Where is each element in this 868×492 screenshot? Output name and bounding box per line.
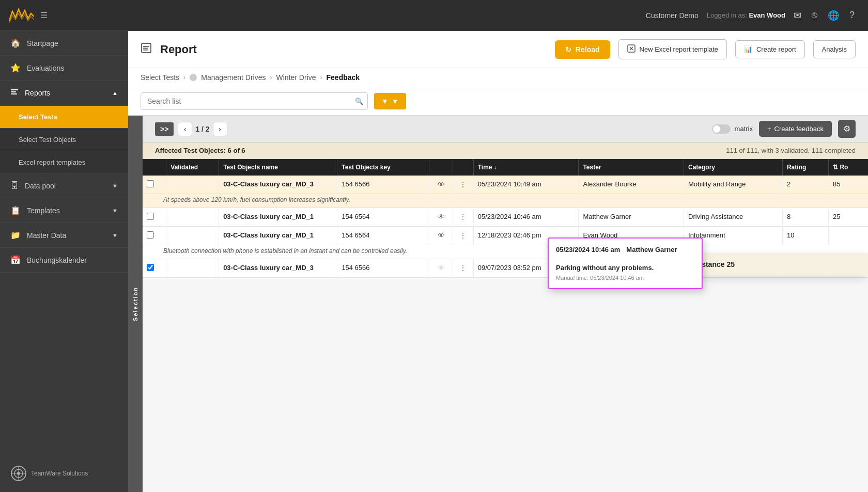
- search-input[interactable]: [141, 92, 368, 110]
- td-checkbox[interactable]: [143, 208, 166, 227]
- search-input-wrap: 🔍: [141, 92, 368, 110]
- filter-icon: ▼: [381, 97, 389, 105]
- header-center: Customer Demo Logged in as: Evan Wood ✉ …: [48, 10, 860, 21]
- filter-button[interactable]: ▼ ▼: [374, 93, 406, 109]
- td-name: 03-C-Class luxury car_MD_3: [219, 176, 337, 194]
- row-checkbox[interactable]: [147, 213, 154, 220]
- help-icon[interactable]: ?: [849, 10, 855, 21]
- expand-columns-button[interactable]: >>: [155, 122, 174, 136]
- table-scroll[interactable]: >> ‹ 1 / 2 › matrix: [143, 116, 868, 492]
- logo-icon: [8, 6, 34, 25]
- create-report-button[interactable]: 📊 Create report: [735, 40, 805, 58]
- td-name: 03-C-Class luxury car_MD_1: [219, 208, 337, 227]
- breadcrumb-sep-1: ›: [183, 74, 185, 81]
- home-icon: 🏠: [10, 38, 21, 48]
- sidebar-item-templates[interactable]: 📋 Templates ▼: [0, 198, 128, 223]
- td-time: 05/23/2024 10:49 am: [473, 176, 579, 194]
- popup-note-text: Parking without any problems.: [556, 264, 694, 272]
- td-validated: [166, 227, 219, 245]
- calendar-icon: 📅: [10, 255, 21, 265]
- sidebar-item-reports[interactable]: Reports ▲: [0, 81, 128, 106]
- affected-objects-bar: Affected Test Objects: 6 of 6 111 of 111…: [143, 142, 868, 159]
- matrix-toggle: matrix: [712, 124, 753, 134]
- logout-icon[interactable]: ⎋: [812, 10, 817, 21]
- th-key[interactable]: Test Objects key: [337, 159, 429, 176]
- breadcrumb-select-tests[interactable]: Select Tests: [141, 73, 179, 82]
- search-icon-button[interactable]: 🔍: [355, 98, 364, 105]
- th-ro[interactable]: ⇅ Ro: [829, 159, 868, 176]
- td-menu-icon[interactable]: ⋮: [453, 208, 473, 227]
- sidebar-item-evaluations[interactable]: ⭐ Evaluations: [0, 56, 128, 81]
- td-eye-icon[interactable]: 👁: [429, 259, 453, 278]
- td-checkbox[interactable]: [143, 176, 166, 194]
- td-menu-icon[interactable]: ⋮: [453, 176, 473, 194]
- th-menu: [453, 159, 473, 176]
- toggle-knob: [713, 125, 720, 133]
- th-rating[interactable]: Rating: [782, 159, 828, 176]
- td-key: 154 6566: [337, 259, 429, 278]
- header-icons: ✉ ⎋ 🌐 ?: [794, 10, 855, 21]
- breadcrumb-winter-drive[interactable]: Winter Drive: [276, 73, 316, 82]
- td-menu-icon[interactable]: ⋮: [453, 227, 473, 245]
- content-header: Report ↻ Reload New Excel report templat…: [128, 31, 868, 68]
- td-menu-icon[interactable]: ⋮: [453, 259, 473, 278]
- td-key: 154 6564: [337, 208, 429, 227]
- th-name[interactable]: Test Objects name: [219, 159, 337, 176]
- mail-icon[interactable]: ✉: [794, 10, 801, 21]
- plus-icon: +: [767, 125, 771, 133]
- analysis-button[interactable]: Analysis: [813, 40, 856, 58]
- td-eye-icon[interactable]: 👁: [429, 208, 453, 227]
- star-icon: ⭐: [10, 63, 21, 73]
- prev-page-button[interactable]: ‹: [178, 122, 192, 136]
- sidebar-item-startpage[interactable]: 🏠 Startpage: [0, 31, 128, 56]
- table-row-note: At speeds above 120 km/h, fuel consumpti…: [143, 194, 868, 208]
- new-excel-button[interactable]: New Excel report template: [618, 39, 727, 59]
- th-tester[interactable]: Tester: [579, 159, 684, 176]
- selection-sidebar: Selection: [128, 116, 143, 492]
- create-feedback-button[interactable]: + Create feedback: [759, 121, 832, 137]
- th-eye: [429, 159, 453, 176]
- next-page-button[interactable]: ›: [213, 122, 227, 136]
- reload-button[interactable]: ↻ Reload: [555, 40, 610, 59]
- popup-header: 05/23/2024 10:46 am Matthew Garner: [556, 246, 694, 253]
- sidebar-toggle-icon[interactable]: ☰: [40, 10, 48, 20]
- td-checkbox[interactable]: [143, 227, 166, 245]
- td-name: 03-C-Class luxury car_MD_1: [219, 227, 337, 245]
- td-rating: 2: [782, 176, 828, 194]
- table-row: 03-C-Class luxury car_MD_3 154 6566 👁 ⋮ …: [143, 176, 868, 194]
- sidebar-item-excel-templates[interactable]: Excel report templates: [0, 151, 128, 174]
- row-checkbox[interactable]: [147, 264, 154, 271]
- logo-text: TeamWare Solutions: [31, 470, 88, 477]
- row-checkbox[interactable]: [147, 231, 154, 239]
- sidebar-item-select-tests[interactable]: Select Tests: [0, 106, 128, 129]
- sidebar-item-buchungskalender[interactable]: 📅 Buchungskalender: [0, 248, 128, 273]
- th-category[interactable]: Category: [684, 159, 783, 176]
- sidebar-item-master-data[interactable]: 📁 Master Data ▼: [0, 223, 128, 248]
- sidebar-item-data-pool[interactable]: 🗄 Data pool ▼: [0, 174, 128, 198]
- td-eye-icon[interactable]: 👁: [429, 176, 453, 194]
- svg-rect-2: [11, 93, 17, 94]
- td-eye-icon[interactable]: 👁: [429, 227, 453, 245]
- table-right-actions: matrix + Create feedback ⚙: [712, 120, 856, 138]
- matrix-toggle-switch[interactable]: [712, 124, 731, 134]
- th-time[interactable]: Time ↓: [473, 159, 579, 176]
- pagination: ‹ 1 / 2 ›: [178, 122, 227, 136]
- company-name: Customer Demo: [646, 11, 699, 20]
- excel-icon: [627, 44, 636, 54]
- table-row: 03-C-Class luxury car_MD_1 154 6564 👁 ⋮ …: [143, 227, 868, 245]
- matrix-label: matrix: [735, 125, 753, 133]
- search-icon: 🔍: [355, 98, 364, 105]
- breadcrumb-management-drives[interactable]: Management Drives: [201, 73, 266, 82]
- settings-button[interactable]: ⚙: [838, 120, 856, 138]
- gear-icon: ⚙: [843, 124, 850, 133]
- td-validated: [166, 176, 219, 194]
- td-checkbox[interactable]: [143, 259, 166, 278]
- row-checkbox[interactable]: [147, 180, 154, 187]
- row-note-text: At speeds above 120 km/h, fuel consumpti…: [143, 194, 868, 208]
- td-ro: 25: [829, 208, 868, 227]
- chart-icon: 📊: [744, 45, 752, 53]
- globe-icon[interactable]: 🌐: [828, 10, 839, 21]
- report-icon: [141, 42, 152, 56]
- table-with-selection: Selection >> ‹ 1 / 2 ›: [128, 116, 868, 492]
- sidebar-item-select-test-objects[interactable]: Select Test Objects: [0, 129, 128, 151]
